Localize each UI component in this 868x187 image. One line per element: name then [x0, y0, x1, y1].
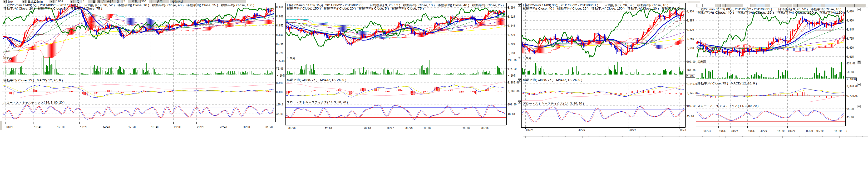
svg-text:8,910: 8,910 — [276, 82, 283, 85]
svg-text:16:30: 16:30 — [777, 130, 784, 133]
svg-text:移動平均( Close, 75 ) MACD( 12,: 移動平均( Close, 75 ) MACD( 12, 26, 9 ) — [287, 78, 346, 82]
svg-text:8,700: 8,700 — [508, 43, 515, 46]
svg-text:出来高: 出来高 — [287, 56, 295, 60]
svg-text:8,845: 8,845 — [508, 24, 515, 28]
svg-text:8,845: 8,845 — [846, 28, 854, 31]
svg-text:17:20: 17:20 — [128, 126, 135, 129]
svg-text:8,770.00: 8,770.00 — [846, 95, 858, 98]
svg-text:8,765: 8,765 — [846, 37, 854, 41]
svg-text:12:00: 12:00 — [325, 127, 332, 130]
svg-text:スロー・ストキャスティクス( 14, 3, 80, 20 ): スロー・ストキャスティクス( 14, 3, 80, 20 ) — [523, 102, 584, 105]
svg-text:出来高: 出来高 — [3, 56, 12, 60]
svg-text:8,765: 8,765 — [276, 43, 283, 46]
svg-text:8,810: 8,810 — [276, 91, 283, 94]
svg-text:08/25: 08/25 — [731, 130, 738, 133]
svg-text:08/27: 08/27 — [386, 127, 394, 130]
svg-text:08/27: 08/27 — [788, 130, 795, 133]
svg-text:08/27: 08/27 — [629, 129, 636, 132]
svg-text:18:40: 18:40 — [151, 126, 158, 129]
svg-text:08/29: 08/29 — [6, 126, 13, 129]
svg-text:08/24: 08/24 — [704, 130, 711, 133]
svg-text:95.00: 95.00 — [846, 108, 854, 111]
svg-text:16:30: 16:30 — [719, 130, 726, 133]
svg-text:スロー・ストキャスティクス( 14, 3, 80, 20 ): スロー・ストキャスティクス( 14, 3, 80, 20 ) — [698, 104, 758, 108]
svg-text:8,755: 8,755 — [687, 37, 694, 41]
svg-text:8,745.00: 8,745.00 — [687, 92, 699, 95]
svg-text:× 1000: × 1000 — [847, 78, 856, 81]
svg-text:8,990: 8,990 — [508, 6, 515, 9]
svg-text:08/30: 08/30 — [243, 126, 250, 129]
svg-text:135.00: 135.00 — [846, 62, 856, 65]
svg-text:日経225mini 11/09( 60分, 2011/08/: 日経225mini 11/09( 60分, 2011/08/22 - 2011/… — [698, 8, 841, 11]
svg-text:8,820: 8,820 — [687, 28, 694, 32]
svg-text:75.00: 75.00 — [276, 67, 283, 71]
svg-text:10:40: 10:40 — [34, 126, 41, 129]
svg-text:移動平均( Close, 40 ) 移動平均( Clos: 移動平均( Close, 40 ) 移動平均( Close, 25 ) 移動平均… — [698, 11, 845, 14]
svg-text:8,840.00: 8,840.00 — [846, 85, 858, 88]
svg-text:12:00: 12:00 — [424, 127, 431, 130]
svg-text:100.00: 100.00 — [687, 105, 695, 108]
svg-text:21:20: 21:20 — [197, 126, 204, 129]
svg-text:8,690: 8,690 — [846, 46, 854, 50]
svg-text:13:20: 13:20 — [80, 126, 87, 129]
svg-text:8,810: 8,810 — [276, 33, 283, 37]
svg-text:8,855: 8,855 — [276, 24, 283, 27]
svg-text:12:00: 12:00 — [57, 126, 64, 129]
svg-text:日経225mini 11/09( 30分, 2011/08/: 日経225mini 11/09( 30分, 2011/08/22 - 2011/… — [523, 4, 669, 7]
svg-text:08/26: 08/26 — [288, 127, 296, 130]
svg-text:800.00: 800.00 — [687, 60, 695, 64]
svg-text:8,920: 8,920 — [846, 19, 854, 22]
svg-text:× 100: × 100 — [687, 74, 694, 78]
svg-text:日経225mini 11/09( 15分, 2011/08/: 日経225mini 11/09( 15分, 2011/08/22 - 2011/… — [287, 4, 504, 7]
svg-text:22:40: 22:40 — [220, 126, 227, 129]
svg-text:16:30: 16:30 — [834, 130, 842, 133]
svg-text:45.00: 45.00 — [276, 113, 283, 116]
svg-text:45.00: 45.00 — [687, 115, 694, 118]
svg-text:移動平均( Close, 20 ) 移動平均( Clos: 移動平均( Close, 20 ) 移動平均( Close, 5 ) 移動平均(… — [3, 7, 102, 10]
svg-text:移動平均( Close, 40 ) 移動平均( Clos: 移動平均( Close, 40 ) 移動平均( Close, 25 ) 移動平均… — [523, 7, 685, 10]
svg-text:スロー・ストキャスティクス( 14, 3, 80, 20 ): スロー・ストキャスティクス( 14, 3, 80, 20 ) — [3, 101, 64, 104]
svg-text:8,950: 8,950 — [276, 6, 283, 9]
svg-text:出来高: 出来高 — [698, 60, 706, 63]
svg-text:出来高: 出来高 — [523, 56, 531, 60]
svg-text:8,615: 8,615 — [846, 55, 854, 59]
svg-text:移動平均( Close, 75 ) MACD( 12,: 移動平均( Close, 75 ) MACD( 12, 26, 9 ) — [523, 78, 582, 82]
svg-text:14:40: 14:40 — [103, 126, 110, 129]
svg-text:08/29: 08/29 — [405, 127, 412, 130]
svg-text:300.00: 300.00 — [687, 69, 695, 72]
svg-text:移動平均( Close, 75 ) MACD( 12,: 移動平均( Close, 75 ) MACD( 12, 26, 9 ) — [3, 79, 63, 82]
svg-text:100.00: 100.00 — [508, 103, 517, 106]
svg-text:08/3: 08/3 — [680, 129, 686, 132]
svg-text:16:30: 16:30 — [806, 130, 813, 133]
svg-text:08/30: 08/30 — [482, 127, 489, 130]
svg-text:08/25: 08/25 — [526, 129, 533, 132]
svg-text:45.00: 45.00 — [846, 116, 854, 119]
svg-text:× 100: × 100 — [508, 74, 515, 78]
svg-text:9,000: 9,000 — [846, 10, 854, 14]
svg-text:16:30: 16:30 — [748, 130, 755, 133]
svg-text:20:00: 20:00 — [463, 127, 470, 130]
svg-text:8,885: 8,885 — [687, 19, 694, 22]
svg-text:× 100: × 100 — [277, 74, 284, 78]
svg-text:8,900: 8,900 — [276, 15, 283, 18]
svg-text:20:00: 20:00 — [364, 127, 371, 130]
svg-text:01:20: 01:20 — [266, 126, 273, 129]
svg-text:0: 0 — [846, 130, 847, 133]
svg-text:日経225mini 11/09( 5分, 2011/08/2: 日経225mini 11/09( 5分, 2011/08/26 - 2011/0… — [3, 4, 254, 7]
svg-text:8,630: 8,630 — [508, 52, 515, 55]
svg-text:8,915: 8,915 — [508, 15, 515, 19]
svg-text:40.00: 40.00 — [508, 113, 515, 116]
svg-text:20:00: 20:00 — [174, 126, 181, 129]
svg-text:8,810.00: 8,810.00 — [687, 82, 699, 86]
svg-text:8,770: 8,770 — [508, 33, 515, 37]
svg-text:8,885.00: 8,885.00 — [508, 81, 520, 84]
svg-text:8,690: 8,690 — [687, 47, 694, 50]
svg-text:50.00: 50.00 — [846, 71, 854, 74]
svg-text:08/26: 08/26 — [578, 129, 585, 132]
svg-text:435.00: 435.00 — [508, 59, 517, 62]
svg-text:08/26: 08/26 — [760, 130, 767, 133]
svg-text:8,805.00: 8,805.00 — [508, 90, 520, 93]
svg-text:8,950: 8,950 — [687, 10, 694, 14]
svg-text:195.00: 195.00 — [276, 60, 285, 63]
svg-text:移動平均( Close, 150 ) 移動平均( Clo: 移動平均( Close, 150 ) 移動平均( Close, 20 ) 移動平… — [287, 7, 424, 10]
